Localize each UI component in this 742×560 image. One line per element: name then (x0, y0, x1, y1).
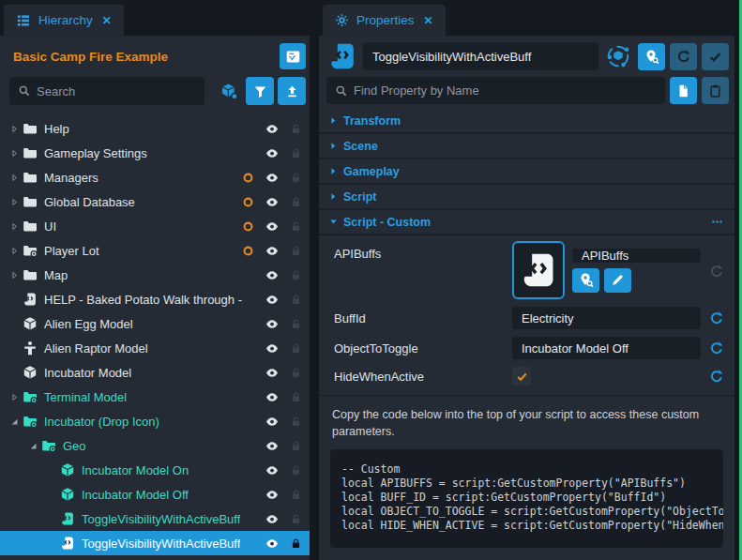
visibility-eye-icon[interactable] (264, 488, 280, 502)
lock-icon[interactable] (290, 317, 302, 331)
tree-row[interactable]: Incubator Model Off (0, 482, 310, 507)
reset-param-button[interactable] (706, 341, 727, 356)
visibility-eye-icon[interactable] (264, 219, 280, 234)
expand-arrow[interactable] (8, 221, 22, 232)
asset-thumbnail[interactable] (512, 241, 565, 299)
lock-icon[interactable] (290, 268, 302, 282)
object-name-input[interactable] (363, 42, 598, 70)
lock-icon[interactable] (290, 512, 302, 526)
filter-button[interactable] (246, 77, 274, 105)
expand-arrow[interactable] (8, 270, 22, 280)
objecttotoggle-field[interactable] (512, 337, 701, 359)
tree-item-label: UI (44, 219, 56, 234)
tree-row[interactable]: Map (0, 263, 310, 287)
section-header-gameplay[interactable]: Gameplay (319, 159, 734, 185)
section-header-script-custom[interactable]: Script - Custom (319, 210, 734, 235)
visibility-eye-icon[interactable] (264, 366, 280, 380)
visibility-eye-icon[interactable] (264, 390, 280, 404)
tree-row[interactable]: Incubator Model (0, 360, 310, 385)
reset-param-button[interactable] (706, 264, 727, 279)
visibility-eye-icon[interactable] (264, 463, 280, 477)
tree-row[interactable]: Geo (0, 433, 310, 458)
tab-hierarchy[interactable]: Hierarchy ✕ (4, 5, 124, 36)
section-header-script[interactable]: Script (319, 185, 734, 210)
lock-icon[interactable] (290, 122, 302, 136)
find-property-input[interactable] (354, 83, 665, 98)
tree-row[interactable]: ToggleVisibilityWithActiveBuff (0, 531, 310, 555)
tree-row[interactable]: Global Database (0, 189, 310, 214)
section-header-scene[interactable]: Scene (319, 134, 734, 159)
visibility-eye-icon[interactable] (264, 146, 280, 160)
visibility-eye-icon[interactable] (264, 512, 280, 526)
visibility-eye-icon[interactable] (264, 415, 280, 429)
expand-arrow[interactable] (8, 246, 22, 256)
asset-name-field[interactable] (572, 249, 701, 263)
edit-asset-button[interactable] (604, 268, 631, 293)
visibility-eye-icon[interactable] (264, 317, 280, 331)
lock-icon[interactable] (290, 488, 302, 502)
section-menu-ellipsis-icon[interactable] (709, 216, 725, 228)
visibility-eye-icon[interactable] (264, 341, 280, 356)
close-icon[interactable]: ✕ (102, 14, 112, 27)
tree-row[interactable]: Terminal Model (0, 385, 310, 409)
expand-arrow[interactable] (26, 441, 40, 451)
close-icon[interactable]: ✕ (424, 14, 433, 27)
lock-icon[interactable] (290, 439, 302, 453)
lock-icon[interactable] (290, 366, 302, 380)
lock-icon[interactable] (290, 463, 302, 477)
tree-row[interactable]: Incubator (Drop Icon) (0, 409, 310, 433)
export-button[interactable] (278, 77, 306, 105)
tree-row[interactable]: HELP - Baked Potato Walk through - RI (0, 287, 310, 311)
lock-icon[interactable] (290, 171, 302, 185)
visibility-eye-icon[interactable] (264, 195, 280, 209)
find-in-scene-button[interactable] (638, 43, 665, 70)
tree-row[interactable]: ToggleVisibilityWithActiveBuff (0, 507, 310, 531)
lock-icon[interactable] (290, 537, 302, 551)
expand-arrow[interactable] (8, 124, 22, 134)
lock-icon[interactable] (290, 219, 302, 234)
expand-arrow[interactable] (8, 197, 22, 207)
confirm-name-button[interactable] (702, 43, 729, 70)
reset-param-button[interactable] (706, 369, 727, 384)
tree-row[interactable]: Help (0, 116, 310, 141)
revert-name-button[interactable] (670, 43, 697, 70)
copy-properties-button[interactable] (670, 77, 697, 104)
tree-row[interactable]: Alien Egg Model (0, 311, 310, 336)
expand-arrow[interactable] (8, 148, 22, 159)
find-asset-button[interactable] (572, 268, 599, 293)
reset-param-button[interactable] (706, 310, 727, 325)
lock-icon[interactable] (290, 195, 302, 209)
hierarchy-icon (16, 13, 31, 28)
visibility-eye-icon[interactable] (264, 171, 280, 185)
tree-item-label: Gameplay Settings (44, 146, 147, 160)
tree-row[interactable]: Managers (0, 165, 310, 189)
visibility-eye-icon[interactable] (264, 537, 280, 551)
row-indicators (242, 293, 302, 307)
visibility-eye-icon[interactable] (264, 244, 280, 258)
visibility-eye-icon[interactable] (264, 268, 280, 282)
visibility-eye-icon[interactable] (264, 439, 280, 453)
expand-arrow[interactable] (8, 392, 22, 402)
tree-row[interactable]: Alien Raptor Model (0, 336, 310, 360)
lock-icon[interactable] (290, 244, 302, 258)
visibility-eye-icon[interactable] (264, 122, 280, 136)
lock-icon[interactable] (290, 415, 302, 429)
tree-row[interactable]: UI (0, 214, 310, 238)
tree-row[interactable]: Gameplay Settings (0, 141, 310, 165)
lock-icon[interactable] (290, 293, 302, 307)
tree-row[interactable]: Incubator Model On (0, 458, 310, 482)
hierarchy-search-input[interactable] (37, 84, 204, 98)
hidewhenactive-checkbox[interactable] (512, 367, 531, 386)
section-header-transform[interactable]: Transform (319, 109, 734, 134)
tree-row[interactable]: Player Lot (0, 238, 310, 263)
expand-arrow[interactable] (8, 173, 22, 183)
buffid-field[interactable] (512, 307, 701, 329)
level-board-button[interactable] (280, 43, 306, 69)
lock-icon[interactable] (290, 390, 302, 404)
lock-icon[interactable] (290, 341, 302, 356)
expand-arrow[interactable] (8, 416, 22, 427)
visibility-eye-icon[interactable] (264, 293, 280, 307)
paste-properties-button[interactable] (702, 77, 729, 104)
tab-properties[interactable]: Properties ✕ (323, 5, 446, 36)
lock-icon[interactable] (290, 146, 302, 160)
